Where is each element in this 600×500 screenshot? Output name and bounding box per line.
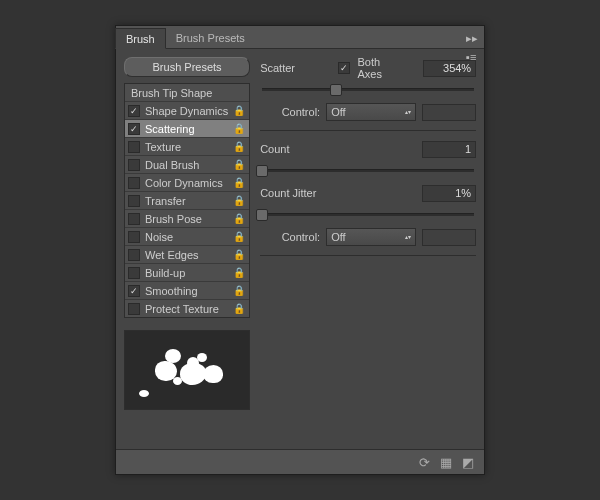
option-label: Build-up: [145, 267, 228, 279]
control2-dropdown[interactable]: Off ▴▾: [326, 228, 416, 246]
option-wet-edges[interactable]: Wet Edges🔒: [125, 246, 249, 264]
option-texture[interactable]: Texture🔒: [125, 138, 249, 156]
option-checkbox[interactable]: [128, 267, 140, 279]
option-transfer[interactable]: Transfer🔒: [125, 192, 249, 210]
option-scattering[interactable]: Scattering🔒: [125, 120, 249, 138]
option-checkbox[interactable]: [128, 177, 140, 189]
left-column: Brush Presets Brush Tip Shape Shape Dyna…: [124, 57, 250, 441]
panel-footer: ⟳ ▦ ◩: [116, 449, 484, 474]
panel-menu-icon[interactable]: ▪≡: [466, 51, 478, 63]
lock-icon[interactable]: 🔒: [233, 303, 245, 314]
brush-panel: Brush Brush Presets ▸▸ ▪≡ Brush Presets …: [115, 25, 485, 475]
tab-brush-presets[interactable]: Brush Presets: [165, 27, 256, 48]
option-checkbox[interactable]: [128, 195, 140, 207]
lock-icon[interactable]: 🔒: [233, 105, 245, 116]
lock-icon[interactable]: 🔒: [233, 123, 245, 134]
lock-icon[interactable]: 🔒: [233, 159, 245, 170]
control2-label: Control:: [260, 231, 320, 243]
chevron-updown-icon: ▴▾: [405, 110, 411, 115]
option-checkbox[interactable]: [128, 213, 140, 225]
chevron-updown-icon: ▴▾: [405, 235, 411, 240]
option-checkbox[interactable]: [128, 231, 140, 243]
option-label: Noise: [145, 231, 228, 243]
option-label: Wet Edges: [145, 249, 228, 261]
option-label: Texture: [145, 141, 228, 153]
lock-icon[interactable]: 🔒: [233, 195, 245, 206]
option-label: Brush Pose: [145, 213, 228, 225]
count-label: Count: [260, 143, 330, 155]
brush-options-list: Brush Tip Shape Shape Dynamics🔒Scatterin…: [124, 83, 250, 318]
option-brush-pose[interactable]: Brush Pose🔒: [125, 210, 249, 228]
option-build-up[interactable]: Build-up🔒: [125, 264, 249, 282]
option-checkbox[interactable]: [128, 105, 140, 117]
brush-tip-shape-header[interactable]: Brush Tip Shape: [125, 84, 249, 102]
count-jitter-slider[interactable]: [262, 208, 474, 220]
lock-icon[interactable]: 🔒: [233, 285, 245, 296]
brush-preview: [124, 330, 250, 410]
count-jitter-label: Count Jitter: [260, 187, 330, 199]
option-label: Dual Brush: [145, 159, 228, 171]
lock-icon[interactable]: 🔒: [233, 177, 245, 188]
option-protect-texture[interactable]: Protect Texture🔒: [125, 300, 249, 317]
control2-value: [422, 229, 476, 246]
option-checkbox[interactable]: [128, 123, 140, 135]
control1-label: Control:: [260, 106, 320, 118]
toggle-icon[interactable]: ▸▸: [466, 32, 478, 45]
tab-bar: Brush Brush Presets ▸▸ ▪≡: [116, 26, 484, 49]
option-label: Smoothing: [145, 285, 228, 297]
control1-dropdown[interactable]: Off ▴▾: [326, 103, 416, 121]
create-brush-icon[interactable]: ◩: [462, 455, 474, 470]
option-checkbox[interactable]: [128, 303, 140, 315]
option-label: Scattering: [145, 123, 228, 135]
option-checkbox[interactable]: [128, 285, 140, 297]
option-label: Transfer: [145, 195, 228, 207]
option-label: Color Dynamics: [145, 177, 228, 189]
lock-icon[interactable]: 🔒: [233, 213, 245, 224]
toggle-preview-icon[interactable]: ⟳: [419, 455, 430, 470]
count-slider[interactable]: [262, 164, 474, 176]
option-checkbox[interactable]: [128, 141, 140, 153]
lock-icon[interactable]: 🔒: [233, 141, 245, 152]
lock-icon[interactable]: 🔒: [233, 267, 245, 278]
new-preset-icon[interactable]: ▦: [440, 455, 452, 470]
scatter-slider[interactable]: [262, 83, 474, 95]
brush-presets-button[interactable]: Brush Presets: [124, 57, 250, 77]
option-checkbox[interactable]: [128, 249, 140, 261]
option-shape-dynamics[interactable]: Shape Dynamics🔒: [125, 102, 249, 120]
both-axes-checkbox[interactable]: [338, 62, 350, 74]
option-checkbox[interactable]: [128, 159, 140, 171]
control1-value: [422, 104, 476, 121]
option-smoothing[interactable]: Smoothing🔒: [125, 282, 249, 300]
lock-icon[interactable]: 🔒: [233, 249, 245, 260]
count-value[interactable]: 1: [422, 141, 476, 158]
option-label: Shape Dynamics: [145, 105, 228, 117]
option-color-dynamics[interactable]: Color Dynamics🔒: [125, 174, 249, 192]
lock-icon[interactable]: 🔒: [233, 231, 245, 242]
option-dual-brush[interactable]: Dual Brush🔒: [125, 156, 249, 174]
scatter-label: Scatter: [260, 62, 329, 74]
option-label: Protect Texture: [145, 303, 228, 315]
tab-brush[interactable]: Brush: [115, 28, 166, 49]
count-jitter-value[interactable]: 1%: [422, 185, 476, 202]
both-axes-label: Both Axes: [358, 56, 407, 80]
settings-column: Scatter Both Axes 354% Control: Off ▴▾ C…: [260, 57, 476, 441]
option-noise[interactable]: Noise🔒: [125, 228, 249, 246]
